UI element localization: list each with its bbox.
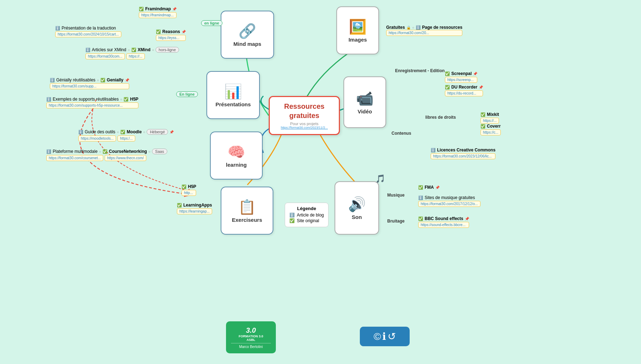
moodle-url[interactable]: https://moodletools... (78, 135, 116, 141)
images-label: Images (348, 37, 367, 43)
check-framindmap: ✅ (139, 7, 144, 11)
legend-site-label: Site original (297, 218, 319, 223)
images-url[interactable]: https://format30.com/20... (386, 30, 462, 36)
topic-images: 🖼️ Images (336, 6, 379, 54)
learningApps-url[interactable]: https://learningap... (177, 208, 212, 214)
subtopic-exemples: ℹ️ Exemples de supports réutilisables ○ … (46, 97, 138, 108)
music-notes-icon: 🎵 (375, 174, 385, 183)
exerciseurs-icon: 📋 (238, 199, 256, 215)
framindmap-url[interactable]: https://framindmap... (139, 12, 177, 18)
plateforme-label: Plateforme multimodale (53, 149, 98, 154)
subtopic-plateforme: ℹ️ Plateforme multimodale ○ ✅ CourseNetw… (46, 149, 167, 161)
reasons-label: Reasons (162, 29, 180, 34)
subtopic-du-recorder: ✅ DU Recorder 📌 https://du-record... (445, 85, 483, 96)
musique-url[interactable]: https://format30.com/2017/12/12/o... (418, 201, 480, 207)
hors-ligne-tag: hors-ligne (156, 47, 179, 53)
subtopic-h5p2: ✅ H5P http... (182, 184, 196, 196)
subtopic-articles-xmind: ℹ️ Articles sur XMind ○ ✅ XMind ○ hors-l… (85, 47, 179, 59)
mixkit-url[interactable]: https://... (480, 118, 499, 124)
en-ligne-label2: En ligne (176, 91, 198, 97)
topic-mind-maps: 🔗 Mind maps (221, 11, 274, 59)
page-ressources-label: Page de ressources (422, 25, 462, 30)
licences-url[interactable]: https://format30.com/2023/12/06/lic... (431, 153, 495, 159)
h5p2-url[interactable]: http... (182, 190, 196, 196)
legend-blog-label: Article de blog (297, 213, 324, 218)
xmind-url[interactable]: https://... (126, 53, 145, 59)
bbc-url[interactable]: https://sound-effects.bbcre... (418, 222, 469, 228)
logo-author: Marco Bertolini (239, 345, 263, 349)
coverr-url[interactable]: https://c... (480, 129, 501, 135)
logo-name: FORMATION 3.0ASBL (239, 334, 263, 342)
heberge-url[interactable]: https:/... (117, 135, 135, 141)
screenpal-label: Screenpal (451, 71, 472, 76)
en-ligne-tag: en ligne (201, 20, 222, 26)
reasons-url[interactable]: https://eyss... (156, 35, 186, 41)
learning-icon: 🧠 (227, 144, 245, 160)
coverr-label: Coverr (487, 124, 501, 129)
cc-badge: © ℹ ↺ (360, 327, 410, 346)
legend-item-blog: ℹ️ Article de blog (289, 213, 324, 218)
bbc-label: BBC Sound effects (425, 216, 463, 221)
gratuites-label: Gratuites (386, 25, 405, 30)
saas-tag: Saas (152, 149, 167, 154)
topic-learning: 🧠 learning (210, 132, 263, 180)
du-recorder-url[interactable]: https://du-record... (445, 90, 483, 96)
presentation-url[interactable]: https://format30.com/2024/10/15/cart... (55, 31, 121, 37)
genially-url[interactable]: https://format30.com/supp... (50, 83, 129, 89)
info-articles: ℹ️ (85, 48, 90, 52)
subtopic-bbc: ✅ BBC Sound effects 📌 https://sound-effe… (418, 216, 469, 228)
screenpal-url[interactable]: https://screenp... (445, 77, 477, 83)
central-node: Ressources gratuites Pour vos projets ht… (269, 96, 340, 135)
learningApps-label: LearningApps (183, 203, 212, 208)
fma-label: FMA (425, 185, 434, 190)
subtopic-genially-reutilisables: ℹ️ Génially réutilisables ○ ✅ Genially 📌… (50, 77, 129, 89)
cc-icon-info: ℹ (382, 331, 386, 342)
articles-url[interactable]: https://format30com... (85, 53, 125, 59)
mindmap-container: Ressources gratuites Pour vos projets ht… (0, 0, 641, 364)
genially-label: Genially (107, 77, 124, 82)
libres-droits-label: libres de droits (425, 115, 456, 120)
son-icon: 🔊 (348, 196, 366, 213)
exerciseurs-label: Exerciseurs (232, 217, 262, 223)
legend-site-icon: ✅ (289, 218, 295, 223)
exemples-label: Exemples de supports réutilisables (53, 97, 119, 102)
central-title: Ressources gratuites (270, 102, 339, 120)
subtopic-screenpal: ✅ Screenpal 📌 https://screenp... (445, 71, 477, 83)
framindmap-label: Framindmap (145, 6, 171, 11)
cc-icon-sa: ↺ (388, 331, 396, 342)
legend-title: Légende (289, 206, 324, 211)
legend-blog-icon: ℹ️ (289, 213, 295, 218)
subtopic-coverr: ✅ Coverr https://c... (480, 124, 501, 135)
cc-icon-circle-c: © (374, 331, 381, 342)
licences-cc-label: Licences Creative Commons (437, 148, 495, 152)
legend-box: Légende ℹ️ Article de blog ✅ Site origin… (285, 203, 329, 227)
presentations-icon: 📊 (224, 83, 242, 100)
du-recorder-label: DU Recorder (451, 85, 477, 90)
sites-musique-label: Sites de musique gratuites (425, 195, 475, 200)
central-url[interactable]: https://format30.com/2023/11/2... (281, 126, 328, 129)
courseNetworking-label: CourseNetworking (109, 149, 147, 154)
musique-label: Musique (387, 193, 405, 198)
subtopic-learningapps: ✅ LearningApps https://learningap... (177, 203, 212, 214)
subtopic-presentation: ℹ️ Présentation de la traduction https:/… (55, 26, 121, 37)
mind-maps-label: Mind maps (233, 41, 261, 47)
h5p-url[interactable]: https://format30.com/supports-h5p-ressou… (46, 102, 138, 108)
topic-son: 🔊 Son (335, 181, 379, 235)
subtopic-sites-musique: ℹ️ Sites de musique gratuites https://fo… (418, 195, 480, 207)
subtopic-framindmap: ✅ Framindmap 📌 https://framindmap... (139, 6, 177, 18)
enregistrement-label: Enregistrement - Edition (395, 68, 445, 73)
images-icon: 🖼️ (349, 18, 367, 35)
check-reasons: ✅ (156, 30, 161, 34)
thecn-url[interactable]: https://www.thecn.com/ (105, 155, 146, 161)
guide-label: Guide des outils (85, 129, 115, 134)
central-sub: Pour vos projets (290, 122, 318, 126)
moodle-label: Moodle (127, 129, 142, 134)
topic-video: 📹 Vidéo (343, 76, 386, 128)
genially-reutilisables-label: Génially réutilisables (56, 77, 95, 82)
video-icon: 📹 (356, 90, 374, 107)
subtopic-fma: ✅ FMA 📌 (418, 185, 440, 190)
en-ligne-tag2: En ligne (176, 91, 198, 97)
mixkit-label: Mixkit (487, 112, 499, 117)
courseNet-url[interactable]: https://format30.com/coursenet... (46, 155, 103, 161)
video-label: Vidéo (358, 108, 372, 114)
